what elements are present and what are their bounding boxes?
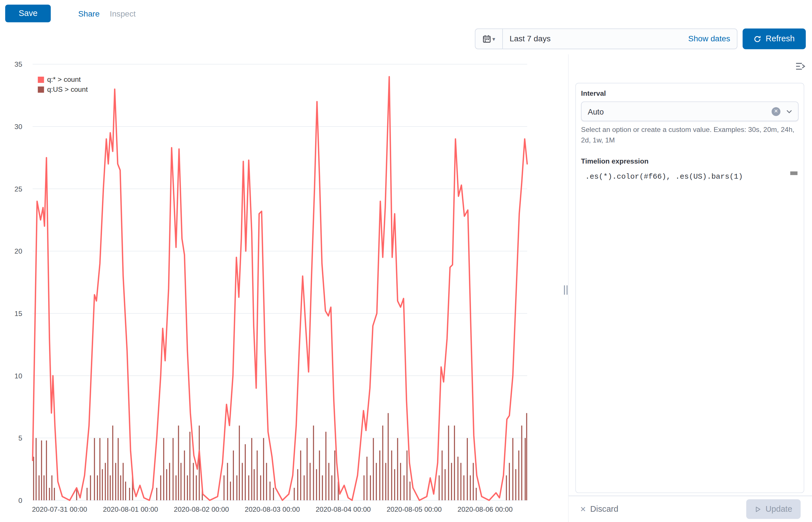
timelion-chart[interactable]: 051015202530352020-07-31 00:002020-08-01… [0, 56, 533, 522]
play-icon [755, 506, 762, 513]
x-tick-label: 2020-08-06 00:00 [458, 505, 513, 513]
y-tick-label: 25 [15, 185, 22, 193]
expression-sidebar: Interval Auto ✕ Select an option or crea… [568, 55, 812, 522]
update-label: Update [766, 504, 792, 514]
sidebar-footer: ✕ Discard Update [569, 496, 812, 522]
calendar-icon [483, 35, 491, 43]
y-tick-label: 5 [19, 434, 22, 442]
legend-label: q:* > count [47, 76, 81, 83]
y-tick-label: 0 [19, 497, 22, 504]
x-tick-label: 2020-08-04 00:00 [316, 505, 371, 513]
discard-button[interactable]: ✕ Discard [580, 504, 618, 514]
panel-resizer-handle[interactable] [563, 284, 569, 296]
y-tick-label: 10 [15, 372, 22, 380]
share-button[interactable]: Share [78, 9, 99, 19]
date-picker: ▾ Last 7 days Show dates [475, 28, 738, 49]
legend-label: q:US > count [47, 85, 88, 93]
save-button[interactable]: Save [5, 4, 51, 22]
chart-legend: q:* > countq:US > count [38, 76, 88, 95]
clear-interval-icon[interactable]: ✕ [772, 107, 780, 116]
interval-label: Interval [581, 89, 798, 97]
close-icon: ✕ [580, 505, 586, 513]
interval-value: Auto [588, 107, 772, 116]
x-tick-label: 2020-08-03 00:00 [245, 505, 300, 513]
chevron-down-icon: ▾ [492, 36, 495, 42]
interval-combobox[interactable]: Auto ✕ [581, 101, 798, 121]
y-tick-label: 30 [15, 123, 22, 130]
refresh-icon [754, 35, 761, 43]
show-dates-button[interactable]: Show dates [688, 34, 737, 44]
line-series [33, 77, 527, 500]
refresh-button[interactable]: Refresh [743, 28, 806, 49]
x-tick-label: 2020-08-01 00:00 [103, 505, 158, 513]
timelion-visualization-editor: Save Share Inspect ▾ Last 7 days Show da… [0, 0, 812, 522]
y-tick-label: 35 [15, 60, 22, 68]
legend-item: q:US > count [38, 85, 88, 93]
interval-help-text: Select an option or create a custom valu… [581, 125, 798, 145]
discard-label: Discard [590, 504, 618, 514]
editor-scrollbar[interactable] [790, 172, 797, 175]
y-tick-label: 20 [15, 247, 22, 255]
date-range-value[interactable]: Last 7 days [503, 34, 688, 44]
expression-code: .es(*).color(#f66), .es(US).bars(1) [581, 170, 798, 181]
x-tick-label: 2020-08-02 00:00 [174, 505, 229, 513]
expression-form-card: Interval Auto ✕ Select an option or crea… [575, 83, 804, 493]
collapse-panel-icon[interactable] [795, 61, 806, 71]
date-quick-select-button[interactable]: ▾ [475, 29, 503, 49]
timelion-expression-editor[interactable]: .es(*).color(#f66), .es(US).bars(1) [581, 170, 798, 486]
x-tick-label: 2020-08-05 00:00 [387, 505, 442, 513]
refresh-label: Refresh [766, 34, 795, 44]
y-tick-label: 15 [15, 310, 22, 317]
inspect-button[interactable]: Inspect [110, 9, 136, 19]
update-button[interactable]: Update [746, 499, 800, 519]
chevron-down-icon[interactable] [786, 108, 793, 115]
expression-label: Timelion expression [581, 158, 798, 165]
legend-item: q:* > count [38, 76, 88, 83]
x-tick-label: 2020-07-31 00:00 [32, 505, 87, 513]
legend-swatch [38, 86, 44, 93]
legend-swatch [38, 76, 44, 83]
